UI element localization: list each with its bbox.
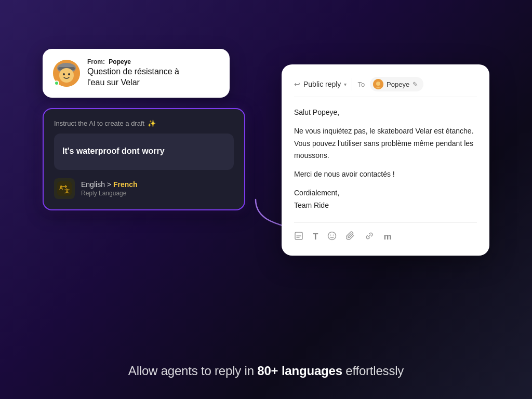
signature: Cordialement, Team Ride [294, 187, 477, 212]
recipient-name: Popeye [387, 81, 409, 88]
recipient-badge: Popeye ✎ [370, 77, 423, 91]
recipient-avatar [373, 79, 383, 89]
to-label: To [357, 81, 365, 88]
chevron-down-icon: ▾ [344, 82, 347, 87]
reply-type[interactable]: ↩ Public reply ▾ [294, 80, 347, 88]
reply-toolbar: T m [294, 222, 477, 243]
email-info: From: Popeye Question de résistance à l'… [87, 58, 219, 88]
body-paragraph2: Merci de nous avoir contactés ! [294, 168, 477, 181]
svg-point-14 [330, 234, 331, 235]
svg-text:文: 文 [64, 188, 70, 194]
bottom-highlight: 80+ languages [257, 364, 342, 378]
svg-point-15 [333, 234, 334, 235]
emoji-icon[interactable] [327, 231, 337, 243]
ai-draft-card: Instruct the AI to create a draft ✨ It's… [43, 108, 245, 210]
svg-point-4 [63, 73, 65, 75]
left-panel: From: Popeye Question de résistance à l'… [43, 49, 250, 210]
svg-point-13 [328, 232, 336, 240]
sender-name: Popeye [109, 58, 131, 65]
vertical-divider [352, 78, 352, 90]
svg-point-3 [59, 68, 74, 83]
reply-header: ↩ Public reply ▾ To Popeye ✎ [294, 77, 477, 97]
link-icon[interactable] [365, 231, 374, 243]
sign-line2: Team Ride [294, 201, 329, 209]
language-label: Reply Language [81, 190, 138, 197]
ai-input-field[interactable]: It's waterproof dont worry [54, 134, 234, 170]
reply-panel: ↩ Public reply ▾ To Popeye ✎ Salu [282, 64, 489, 256]
bottom-suffix: effortlessly [342, 364, 404, 378]
svg-point-11 [376, 82, 380, 86]
reply-type-label: Public reply [303, 80, 341, 88]
svg-text:A: A [59, 185, 63, 191]
email-card: From: Popeye Question de résistance à l'… [43, 49, 230, 98]
email-subject: Question de résistance à l'eau sur Velar [87, 66, 219, 88]
avatar-wrapper [53, 60, 80, 87]
ai-instruction: Instruct the AI to create a draft ✨ [54, 119, 234, 127]
lang-from: English [81, 180, 105, 189]
mention-icon[interactable]: m [383, 232, 391, 242]
instruction-text: Instruct the AI to create a draft [54, 119, 144, 127]
subject-line1: Question de résistance à [87, 67, 179, 76]
edit-icon[interactable]: ✎ [413, 81, 418, 88]
ai-input-text: It's waterproof dont worry [62, 145, 165, 157]
body-paragraph1: Ne vous inquiétez pas, le skateboard Vel… [294, 125, 477, 162]
svg-point-5 [68, 73, 70, 75]
bottom-prefix: Allow agents to reply in [128, 364, 257, 378]
from-label: From: Popeye [87, 58, 219, 65]
translate-icon: A 文 [54, 178, 75, 199]
text-format-icon[interactable]: T [313, 232, 318, 242]
sign-line1: Cordialement, [294, 189, 339, 197]
online-indicator [54, 81, 59, 86]
compose-icon[interactable] [294, 231, 303, 243]
greeting: Salut Popeye, [294, 107, 477, 119]
bottom-text: Allow agents to reply in 80+ languages e… [0, 364, 532, 378]
language-info: English > French Reply Language [81, 180, 138, 197]
sparkle-icon: ✨ [148, 119, 156, 127]
attachment-icon[interactable] [346, 231, 355, 243]
language-text: English > French [81, 180, 138, 189]
from-text: From: [87, 58, 105, 65]
language-row: A 文 English > French Reply Language [54, 178, 234, 199]
lang-to: French [113, 180, 138, 189]
subject-line2: l'eau sur Velar [87, 78, 140, 87]
reply-body: Salut Popeye, Ne vous inquiétez pas, le … [294, 107, 477, 212]
